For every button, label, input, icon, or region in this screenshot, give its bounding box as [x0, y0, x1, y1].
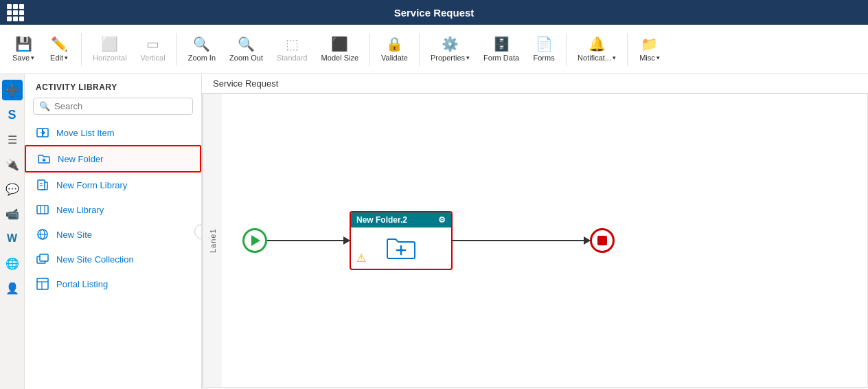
new-folder-icon — [37, 152, 51, 166]
new-folder-label: New Folder — [58, 154, 103, 164]
horizontal-icon: ⬜ — [101, 37, 118, 51]
vertical-button[interactable]: ▭ Vertical — [135, 34, 171, 65]
new-site-collection-icon — [36, 252, 49, 266]
flow-arrow-2 — [453, 240, 590, 241]
validate-icon: 🔒 — [386, 37, 403, 51]
divider-6 — [627, 33, 628, 66]
page-title: Service Request — [394, 7, 475, 19]
properties-button[interactable]: ⚙️ Properties▾ — [425, 34, 475, 65]
notifications-label: Notificat...▾ — [578, 54, 616, 62]
zoom-in-label: Zoom In — [188, 54, 216, 62]
divider-2 — [176, 33, 177, 66]
notifications-button[interactable]: 🔔 Notificat...▾ — [572, 34, 621, 65]
rail-icon-zoom[interactable]: 📹 — [2, 203, 23, 224]
library-item-portal-listing[interactable]: Portal Listing — [25, 271, 201, 296]
warning-icon: ⚠ — [356, 252, 366, 265]
divider-1 — [81, 33, 82, 66]
standard-icon: ⬚ — [286, 37, 299, 51]
rail-icon-wp[interactable]: W — [2, 228, 23, 249]
model-size-label: Model Size — [321, 54, 358, 62]
new-library-label: New Library — [56, 205, 104, 215]
rail-icon-user[interactable]: 👤 — [2, 278, 23, 298]
svg-rect-13 — [37, 278, 48, 289]
lane-content: New Folder.2 ⚙ ⚠ — [222, 94, 867, 387]
library-item-move-list-item[interactable]: Move List Item — [25, 120, 201, 145]
search-box[interactable]: 🔍 — [33, 98, 193, 115]
new-library-icon — [36, 203, 49, 216]
validate-button[interactable]: 🔒 Validate — [376, 34, 413, 65]
library-item-new-form-library[interactable]: New Form Library — [25, 173, 201, 197]
forms-label: Forms — [533, 54, 554, 62]
rail-icon-list[interactable]: ☰ — [2, 129, 23, 150]
svg-rect-12 — [40, 254, 48, 261]
portal-listing-label: Portal Listing — [56, 279, 108, 289]
save-button[interactable]: 💾 Save▾ — [7, 34, 40, 65]
model-size-button[interactable]: ⬛ Model Size — [316, 34, 364, 65]
node-title: New Folder.2 — [356, 215, 407, 225]
standard-label: Standard — [277, 54, 308, 62]
library-item-new-site[interactable]: New Site — [25, 222, 201, 247]
new-form-library-label: New Form Library — [56, 180, 127, 190]
search-input[interactable] — [54, 101, 187, 111]
rail-icon-globe[interactable]: 🌐 — [2, 253, 23, 274]
standard-button[interactable]: ⬚ Standard — [271, 34, 313, 65]
new-site-label: New Site — [56, 230, 92, 240]
rail-icon-sharepoint[interactable]: S — [2, 104, 23, 125]
canvas-area[interactable]: Service Request Lane1 New Folder.2 ⚙ — [202, 74, 868, 389]
divider-3 — [369, 33, 370, 66]
forms-icon: 📄 — [536, 37, 553, 51]
main-layout: ➕ S ☰ 🔌 💬 📹 W 🌐 👤 ACTIVITY LIBRARY 🔍 — [0, 74, 868, 389]
svg-rect-2 — [38, 180, 45, 190]
flow-start-node[interactable] — [242, 228, 267, 253]
flow-arrow-1 — [267, 240, 350, 241]
misc-label: Misc▾ — [639, 54, 660, 62]
library-item-new-site-collection[interactable]: New Site Collection — [25, 247, 201, 271]
node-gear-icon[interactable]: ⚙ — [438, 215, 446, 225]
rail-icon-chat[interactable]: 💬 — [2, 179, 23, 199]
app-logo[interactable] — [7, 4, 24, 21]
svg-rect-5 — [37, 205, 48, 214]
misc-icon: 📁 — [641, 37, 658, 51]
zoom-out-button[interactable]: 🔍 Zoom Out — [224, 34, 269, 65]
canvas-lane: Lane1 New Folder.2 ⚙ — [202, 93, 868, 388]
forms-button[interactable]: 📄 Forms — [527, 34, 560, 65]
edit-icon: ✏️ — [51, 37, 68, 51]
waffle-icon — [7, 4, 24, 21]
zoom-out-label: Zoom Out — [229, 54, 263, 62]
edit-button[interactable]: ✏️ Edit▾ — [43, 34, 76, 65]
library-item-new-library[interactable]: New Library — [25, 197, 201, 222]
properties-icon: ⚙️ — [442, 37, 459, 51]
save-icon: 💾 — [15, 37, 32, 51]
move-list-item-label: Move List Item — [56, 128, 115, 138]
horizontal-label: Horizontal — [93, 54, 127, 62]
lane-label: Lane1 — [203, 94, 222, 387]
canvas-header: Service Request — [202, 74, 868, 93]
library-item-new-folder[interactable]: New Folder — [25, 145, 201, 173]
misc-button[interactable]: 📁 Misc▾ — [633, 34, 666, 65]
divider-5 — [566, 33, 567, 66]
horizontal-button[interactable]: ⬜ Horizontal — [87, 34, 133, 65]
new-site-icon — [36, 227, 49, 241]
play-icon — [251, 235, 260, 246]
flow-end-node[interactable] — [590, 228, 615, 253]
edit-label: Edit▾ — [50, 54, 68, 62]
form-data-label: Form Data — [483, 54, 519, 62]
save-label: Save▾ — [12, 54, 34, 62]
library-title: ACTIVITY LIBRARY — [25, 74, 201, 98]
rail-icon-plugin[interactable]: 🔌 — [2, 154, 23, 175]
rail-icon-home[interactable]: ➕ — [2, 80, 23, 100]
form-data-button[interactable]: 🗄️ Form Data — [478, 34, 525, 65]
zoom-in-button[interactable]: 🔍 Zoom In — [183, 34, 221, 65]
notifications-icon: 🔔 — [589, 37, 606, 51]
node-body: ⚠ — [351, 227, 451, 269]
activity-node-new-folder[interactable]: New Folder.2 ⚙ ⚠ — [350, 211, 453, 270]
vertical-icon: ▭ — [146, 37, 159, 51]
validate-label: Validate — [381, 54, 408, 62]
stop-icon — [597, 236, 607, 245]
zoom-in-icon: 🔍 — [193, 37, 210, 51]
form-data-icon: 🗄️ — [493, 37, 510, 51]
folder-plus-svg — [386, 235, 416, 261]
new-form-library-icon — [36, 178, 49, 192]
model-size-icon: ⬛ — [331, 37, 348, 51]
search-icon: 🔍 — [39, 101, 50, 111]
